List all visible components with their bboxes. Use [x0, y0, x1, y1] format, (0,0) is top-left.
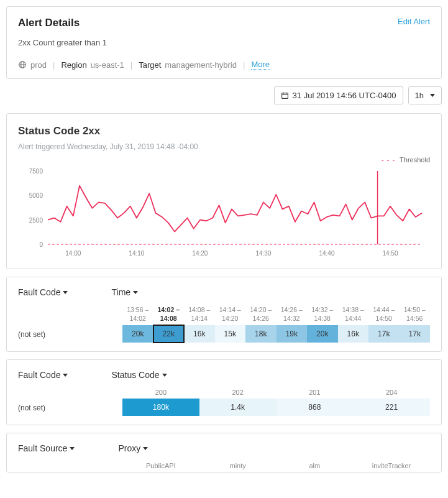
svg-text:14:20: 14:20: [192, 250, 208, 257]
controls-row: 31 Jul 2019 14:56 UTC-0400 1h: [6, 86, 442, 104]
caret-down-icon: [63, 374, 68, 377]
alert-title: Alert Details: [18, 17, 80, 29]
time-data-cell[interactable]: 18k: [245, 325, 277, 343]
status-data-cell[interactable]: 868: [277, 399, 354, 416]
chart-subtitle: Alert triggered Wednesday, July 31, 2019…: [18, 142, 430, 151]
time-header-cell: 14:32 –14:38: [307, 306, 338, 325]
spacer: [18, 389, 122, 394]
separator: |: [53, 60, 55, 70]
row-label: (not set): [18, 399, 122, 412]
time-header-cell: 14:38 –14:44: [338, 306, 369, 325]
time-headers: 13:56 –14:0214:02 –14:0814:08 –14:1414:1…: [122, 306, 430, 325]
svg-text:14:30: 14:30: [255, 250, 271, 257]
time-data-cell[interactable]: 17k: [368, 325, 400, 343]
status-header-cell: 200: [122, 389, 199, 399]
proxy-header-cell: alm: [277, 462, 354, 469]
column-label: Status Code: [111, 370, 159, 380]
dimension-label: Fault Code: [18, 287, 60, 297]
svg-text:5000: 5000: [29, 192, 43, 199]
dimension-dropdown[interactable]: Fault Code: [18, 287, 68, 297]
svg-text:0: 0: [39, 241, 43, 248]
column-dropdown[interactable]: Proxy: [118, 443, 148, 453]
spacer: [18, 462, 122, 467]
target-value: management-hybrid: [165, 60, 237, 70]
status-header-cell: 201: [277, 389, 354, 399]
column-label: Time: [111, 287, 130, 297]
column-dropdown[interactable]: Time: [111, 287, 138, 297]
status-header-cell: 202: [199, 389, 277, 399]
spacer: [18, 306, 122, 311]
more-link[interactable]: More: [251, 60, 270, 70]
time-data-cell[interactable]: 16k: [338, 325, 369, 343]
caret-down-icon: [162, 374, 167, 377]
svg-text:14:40: 14:40: [319, 250, 334, 257]
faultcode-status-card: Fault Code Status Code 200202201204 (not…: [6, 359, 442, 425]
faultcode-time-card: Fault Code Time 13:56 –14:0214:02 –14:08…: [6, 277, 442, 352]
dimension-label: Fault Source: [18, 443, 67, 453]
time-data-cell[interactable]: 16k: [184, 325, 215, 343]
time-header-cell: 14:44 –14:50: [368, 306, 400, 325]
edit-alert-link[interactable]: Edit Alert: [398, 17, 430, 26]
dimension-dropdown[interactable]: Fault Code: [18, 370, 68, 380]
time-header-cell: 13:56 –14:02: [122, 306, 153, 325]
row-label: (not set): [18, 325, 122, 339]
datetime-picker-button[interactable]: 31 Jul 2019 14:56 UTC-0400: [274, 86, 403, 104]
proxy-header-cell: PublicAPI: [122, 462, 199, 469]
proxy-header-cell: minty: [199, 462, 277, 469]
status-data-cell[interactable]: 221: [353, 399, 430, 416]
faultsource-proxy-card: Fault Source Proxy PublicAPImintyalminvi…: [6, 433, 442, 473]
time-cells: 20k22k16k15k18k19k20k16k17k17k: [122, 325, 430, 343]
time-header-cell: 14:14 –14:20: [215, 306, 246, 325]
proxy-header-cell: inviteTracker: [353, 462, 430, 469]
datetime-text: 31 Jul 2019 14:56 UTC-0400: [293, 91, 396, 100]
caret-down-icon: [143, 447, 148, 450]
threshold-dash-icon: - - -: [382, 156, 395, 164]
svg-text:14:10: 14:10: [129, 250, 144, 257]
calendar-icon: [281, 91, 289, 99]
separator: |: [130, 60, 132, 70]
time-header-cell: 14:20 –14:26: [245, 306, 277, 325]
alert-env: prod: [30, 60, 47, 70]
range-picker-button[interactable]: 1h: [408, 86, 442, 104]
time-header-cell: 14:02 –14:08: [153, 306, 185, 325]
range-text: 1h: [415, 91, 424, 100]
time-header-cell: 14:50 –14:56: [400, 306, 431, 325]
dimension-dropdown[interactable]: Fault Source: [18, 443, 75, 453]
caret-down-icon: [133, 291, 138, 294]
legend-threshold-label: Threshold: [400, 156, 430, 164]
status-cells: 180k1.4k868221: [122, 399, 430, 416]
chart-legend: - - - Threshold: [18, 156, 430, 164]
region-label: Region: [61, 60, 86, 70]
chart-area: 025005000750014:0014:1014:2014:3014:4014…: [18, 167, 430, 262]
dimension-label: Fault Code: [18, 370, 60, 380]
chart-title: Status Code 2xx: [18, 125, 430, 137]
svg-text:7500: 7500: [29, 168, 43, 175]
globe-icon: [18, 60, 27, 69]
column-dropdown[interactable]: Status Code: [111, 370, 167, 380]
chart-card: Status Code 2xx Alert triggered Wednesda…: [6, 113, 442, 269]
time-data-cell[interactable]: 15k: [215, 325, 246, 343]
separator: |: [243, 60, 245, 70]
alert-details-card: Alert Details Edit Alert 2xx Count great…: [6, 6, 442, 79]
status-data-cell[interactable]: 180k: [122, 399, 199, 416]
status-headers: 200202201204: [122, 389, 430, 399]
line-chart-svg: 025005000750014:0014:1014:2014:3014:4014…: [18, 167, 428, 261]
status-data-cell[interactable]: 1.4k: [199, 399, 277, 416]
proxy-headers: PublicAPImintyalminviteTracker: [122, 462, 430, 469]
svg-text:2500: 2500: [29, 217, 43, 224]
caret-down-icon: [70, 447, 75, 450]
status-header-cell: 204: [353, 389, 430, 399]
svg-text:14:50: 14:50: [382, 250, 398, 257]
time-data-cell[interactable]: 17k: [400, 325, 431, 343]
time-header-cell: 14:26 –14:32: [277, 306, 308, 325]
caret-down-icon: [63, 291, 68, 294]
alert-meta-row: prod | Region us-east-1 | Target managem…: [18, 60, 430, 70]
target-label: Target: [139, 60, 161, 70]
svg-text:14:00: 14:00: [65, 250, 81, 257]
time-data-cell[interactable]: 22k: [153, 325, 185, 343]
time-data-cell[interactable]: 20k: [122, 325, 153, 343]
time-data-cell[interactable]: 19k: [277, 325, 308, 343]
time-data-cell[interactable]: 20k: [307, 325, 338, 343]
svg-rect-3: [281, 93, 288, 99]
region-value: us-east-1: [91, 60, 124, 70]
